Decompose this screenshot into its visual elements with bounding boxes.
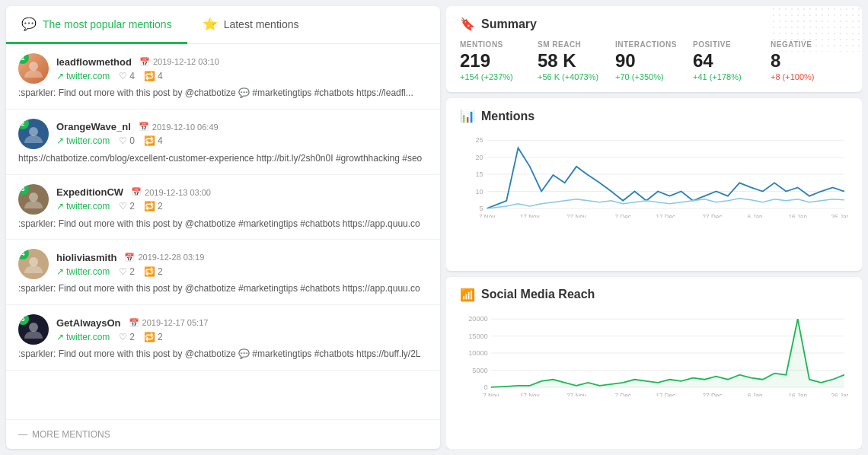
mention-date: 📅 2019-12-17 05:17 (129, 318, 209, 328)
likes-stat: ♡ 4 (119, 71, 135, 81)
source-link[interactable]: ↗ twitter.com (56, 201, 110, 212)
source-link[interactable]: ↗ twitter.com (56, 135, 110, 146)
svg-text:27 Nov: 27 Nov (566, 214, 587, 218)
calendar-icon: 📅 (124, 253, 135, 262)
share-icon: ↗ (56, 266, 64, 277)
source-link[interactable]: ↗ twitter.com (56, 332, 110, 342)
stat-value: 58 K (538, 52, 615, 70)
avatar: 5 (18, 314, 49, 345)
likes-stat: ♡ 2 (119, 266, 135, 277)
mentions-chart-card: 📊 Mentions 25 20 15 10 5 (446, 98, 862, 271)
heart-icon: ♡ (119, 332, 127, 342)
mention-item: 3 ExpeditionCW 📅 2019-12-13 03:00 (6, 175, 440, 240)
share-icon: ↗ (56, 135, 64, 146)
mention-date: 📅 2019-12-28 03:19 (124, 253, 204, 262)
tab-popular[interactable]: 💬 The most popular mentions (6, 6, 187, 44)
mention-text: :sparkler: Find out more with this post … (18, 282, 428, 295)
mention-item: 2 OrangeWave_nl 📅 2019-12-10 06:49 (6, 110, 440, 175)
mention-date: 📅 2019-12-13 03:00 (131, 187, 211, 197)
mention-source-row: ↗ twitter.com ♡ 2 🔁 2 (56, 266, 428, 277)
mention-username: OrangeWave_nl (56, 121, 131, 132)
summary-card: 🔖 Summary MENTIONS 219 +154 (+237%) SM R… (446, 6, 862, 92)
svg-text:27 Nov: 27 Nov (566, 393, 587, 396)
avatar: 4 (18, 249, 49, 279)
mention-text: :sparkler: Find out more with this post … (18, 348, 428, 361)
more-mentions-button[interactable]: — MORE MENTIONS (6, 419, 440, 449)
mention-text: :sparkler: Find out more with this post … (18, 218, 428, 231)
svg-text:17 Nov: 17 Nov (520, 393, 541, 396)
svg-text:6 Jan: 6 Jan (748, 393, 763, 396)
stat-label: POSITIVE (693, 40, 771, 49)
source-link[interactable]: ↗ twitter.com (56, 266, 110, 277)
stat-label: INTERACTIONS (615, 40, 693, 49)
mention-date: 📅 2019-12-12 03:10 (139, 57, 219, 67)
svg-text:17 Nov: 17 Nov (520, 214, 541, 218)
heart-icon: ♡ (119, 266, 127, 277)
retweets-stat: 🔁 4 (144, 71, 163, 81)
share-icon: ↗ (56, 201, 64, 212)
chat-icon: 💬 (21, 17, 37, 31)
svg-text:7 Dec: 7 Dec (615, 214, 631, 218)
retweet-icon: 🔁 (144, 71, 155, 81)
tab-popular-label: The most popular mentions (43, 18, 172, 30)
retweets-stat: 🔁 2 (144, 266, 163, 277)
mentions-chart-title: 📊 Mentions (460, 109, 848, 123)
mention-item: 4 hioliviasmith 📅 2019-12-28 03:19 (6, 240, 440, 305)
stat-block: MENTIONS 219 +154 (+237%) (460, 40, 538, 81)
stat-block: SM REACH 58 K +56 K (+4073%) (538, 40, 615, 81)
svg-point-2 (29, 192, 38, 202)
stat-label: SM REACH (538, 40, 615, 49)
mention-source-row: ↗ twitter.com ♡ 0 🔁 4 (56, 135, 428, 146)
calendar-icon: 📅 (139, 122, 149, 132)
reach-chart-card: 📶 Social Media Reach 20000 15000 10000 5… (446, 277, 862, 450)
mention-meta: ExpeditionCW 📅 2019-12-13 03:00 ↗ twitte… (56, 186, 428, 212)
svg-text:25: 25 (475, 136, 483, 144)
retweet-icon: 🔁 (144, 332, 155, 342)
svg-text:15000: 15000 (468, 332, 487, 339)
svg-text:5000: 5000 (472, 366, 487, 374)
svg-text:17 Dec: 17 Dec (656, 214, 675, 218)
stat-change: +154 (+237%) (460, 72, 538, 81)
more-mentions-dash: — (18, 429, 27, 440)
mention-meta: hioliviasmith 📅 2019-12-28 03:19 ↗ twitt… (56, 252, 428, 277)
mention-text: https://chatbotize.com/blog/excellent-cu… (18, 152, 428, 165)
tabs-bar: 💬 The most popular mentions ⭐ Latest men… (6, 6, 440, 44)
mentions-list: 1 leadflowmethod 📅 2019-12-12 03:10 (6, 44, 440, 419)
svg-text:20000: 20000 (468, 315, 487, 323)
stat-change: +41 (+178%) (693, 72, 771, 81)
mention-meta: GetAlwaysOn 📅 2019-12-17 05:17 ↗ twitter… (56, 317, 428, 342)
reach-chart-svg: 20000 15000 10000 5000 0 7 Nov 17 Nov 27… (460, 311, 848, 396)
calendar-icon: 📅 (129, 318, 139, 328)
svg-text:10000: 10000 (468, 349, 487, 357)
mention-username: hioliviasmith (56, 252, 116, 263)
svg-text:27 Dec: 27 Dec (703, 214, 723, 218)
bar-chart-icon: 📊 (460, 109, 475, 123)
stat-value: 64 (693, 52, 771, 70)
svg-text:5: 5 (480, 205, 483, 212)
wifi-icon: 📶 (460, 288, 475, 302)
mention-source-row: ↗ twitter.com ♡ 2 🔁 2 (56, 332, 428, 342)
calendar-icon: 📅 (139, 57, 150, 67)
share-icon: ↗ (56, 332, 64, 342)
stat-block: POSITIVE 64 +41 (+178%) (693, 40, 771, 81)
mention-source-row: ↗ twitter.com ♡ 2 🔁 2 (56, 201, 428, 212)
svg-point-3 (29, 257, 38, 266)
mention-source-row: ↗ twitter.com ♡ 4 🔁 4 (56, 71, 428, 81)
stat-value: 8 (771, 52, 848, 70)
heart-icon: ♡ (119, 135, 127, 146)
stat-value: 219 (460, 52, 538, 70)
retweet-icon: 🔁 (144, 135, 155, 146)
heart-icon: ♡ (119, 201, 127, 212)
stat-change: +56 K (+4073%) (538, 72, 615, 81)
svg-text:26 Jan: 26 Jan (831, 393, 848, 396)
source-link[interactable]: ↗ twitter.com (56, 71, 110, 81)
reach-chart-title: 📶 Social Media Reach (460, 288, 848, 302)
tab-latest[interactable]: ⭐ Latest mentions (187, 6, 314, 44)
svg-text:0: 0 (484, 383, 488, 391)
mention-username: GetAlwaysOn (56, 317, 121, 329)
avatar: 2 (18, 119, 49, 149)
mention-item: 1 leadflowmethod 📅 2019-12-12 03:10 (6, 44, 440, 110)
mentions-chart-svg: 25 20 15 10 5 7 Nov 17 Nov 27 Nov 7 Dec … (460, 132, 848, 218)
mentions-chart-container: 25 20 15 10 5 7 Nov 17 Nov 27 Nov 7 Dec … (460, 132, 848, 261)
mention-text: :sparkler: Find out more with this post … (18, 87, 428, 100)
